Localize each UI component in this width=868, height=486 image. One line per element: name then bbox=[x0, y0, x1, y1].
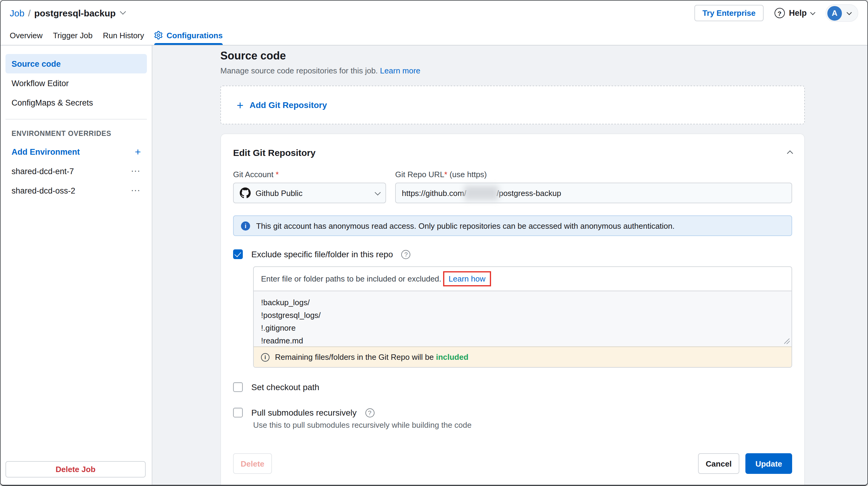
pull-submodules-helper: Use this to pull submodules recursively … bbox=[253, 420, 792, 429]
cancel-button[interactable]: Cancel bbox=[698, 453, 739, 474]
annotation-highlight-box: Learn how bbox=[443, 271, 491, 286]
chevron-up-icon[interactable] bbox=[787, 151, 793, 157]
breadcrumb-separator: / bbox=[28, 8, 30, 18]
card-header: Edit Git Repository bbox=[233, 148, 792, 158]
delete-job-button[interactable]: Delete Job bbox=[5, 461, 146, 478]
sidebar-item-add-environment[interactable]: Add Environment + bbox=[5, 142, 147, 161]
chevron-down-icon bbox=[374, 189, 380, 195]
top-bar-right: Try Enterprise ? Help A bbox=[695, 4, 858, 22]
git-repo-url-input[interactable]: https://github.com//postgress-backup bbox=[395, 183, 792, 203]
sidebar-item-environment[interactable]: shared-dcd-oss-2 ··· bbox=[5, 181, 147, 200]
set-checkout-path-checkbox[interactable] bbox=[233, 382, 243, 392]
sidebar-divider bbox=[5, 119, 147, 120]
sidebar-item-configmaps-secrets[interactable]: ConfigMaps & Secrets bbox=[5, 93, 147, 112]
tab-bar: Overview Trigger Job Run History Configu… bbox=[1, 26, 867, 45]
page-title: Source code bbox=[220, 50, 805, 63]
sidebar-item-environment[interactable]: shared-dcd-ent-7 ··· bbox=[5, 161, 147, 181]
tab-configurations-label: Configurations bbox=[166, 31, 223, 40]
breadcrumb: Job / postgresql-backup bbox=[10, 8, 125, 18]
more-options-icon[interactable]: ··· bbox=[131, 167, 141, 175]
info-icon: i bbox=[241, 221, 250, 230]
breadcrumb-job-link[interactable]: Job bbox=[10, 8, 24, 18]
environment-overrides-heading: ENVIRONMENT OVERRIDES bbox=[5, 126, 147, 141]
help-label: Help bbox=[789, 8, 807, 18]
page-subtitle-text: Manage source code repositories for this… bbox=[220, 66, 378, 75]
learn-how-link[interactable]: Learn how bbox=[448, 274, 485, 283]
pull-submodules-row: Pull submodules recursively ? bbox=[233, 408, 792, 417]
card-footer: Delete Cancel Update bbox=[233, 439, 792, 474]
avatar: A bbox=[827, 6, 842, 20]
chevron-down-icon bbox=[847, 10, 852, 15]
url-hint: (use https) bbox=[447, 170, 487, 179]
top-bar: Job / postgresql-backup Try Enterprise ?… bbox=[1, 1, 867, 26]
git-account-select[interactable]: Github Public bbox=[233, 183, 386, 203]
set-checkout-path-label: Set checkout path bbox=[251, 382, 319, 392]
exclude-checkbox[interactable] bbox=[233, 249, 243, 259]
git-account-label: Git Account * bbox=[233, 170, 386, 179]
github-icon bbox=[240, 188, 251, 198]
question-help-icon[interactable]: ? bbox=[402, 250, 411, 259]
stage: Job / postgresql-backup Try Enterprise ?… bbox=[0, 0, 868, 486]
tab-run-history[interactable]: Run History bbox=[103, 26, 144, 45]
breadcrumb-job-name: postgresql-backup bbox=[34, 8, 116, 18]
add-environment-label: Add Environment bbox=[11, 147, 80, 156]
environment-label: shared-dcd-ent-7 bbox=[11, 167, 74, 176]
more-options-icon[interactable]: ··· bbox=[131, 187, 141, 194]
content-column: Source code Manage source code repositor… bbox=[220, 45, 805, 485]
sidebar-item-source-code[interactable]: Source code bbox=[5, 54, 147, 73]
exclude-checkbox-row: Exclude specific file/folder in this rep… bbox=[233, 249, 792, 259]
tab-overview[interactable]: Overview bbox=[10, 26, 42, 45]
required-asterisk: * bbox=[276, 170, 279, 179]
url-prefix: https://github.com/ bbox=[402, 188, 466, 197]
repo-form: Git Account * Git Repo URL* (use https) … bbox=[233, 170, 792, 203]
help-menu[interactable]: ? Help bbox=[774, 8, 814, 18]
learn-more-link[interactable]: Learn more bbox=[380, 66, 420, 75]
included-highlight: included bbox=[436, 353, 468, 362]
redacted-blur bbox=[464, 186, 498, 200]
plus-icon: + bbox=[135, 147, 141, 157]
exclude-paths-header-text: Enter file or folder paths to be include… bbox=[261, 274, 441, 283]
exclude-checkbox-label: Exclude specific file/folder in this rep… bbox=[251, 249, 393, 259]
body: Source code Workflow Editor ConfigMaps &… bbox=[1, 45, 867, 485]
set-checkout-path-row: Set checkout path bbox=[233, 382, 792, 392]
gear-icon bbox=[154, 31, 163, 39]
add-git-repository-button[interactable]: + Add Git Repository bbox=[220, 86, 805, 124]
exclude-paths-header: Enter file or folder paths to be include… bbox=[254, 267, 792, 291]
pull-submodules-label: Pull submodules recursively bbox=[251, 408, 356, 417]
tab-trigger-job[interactable]: Trigger Job bbox=[53, 26, 93, 45]
try-enterprise-button[interactable]: Try Enterprise bbox=[695, 5, 764, 21]
add-git-repository-inner: + Add Git Repository bbox=[237, 99, 327, 111]
chevron-down-icon bbox=[810, 10, 815, 15]
help-icon: ? bbox=[774, 8, 784, 18]
url-suffix: /postgress-backup bbox=[497, 188, 561, 197]
git-repo-url-label: Git Repo URL* (use https) bbox=[395, 170, 792, 179]
exclude-paths-box: Enter file or folder paths to be include… bbox=[253, 266, 792, 368]
info-banner-text: This git account has anonymous read acce… bbox=[256, 221, 675, 230]
required-asterisk: * bbox=[444, 170, 447, 179]
question-help-icon[interactable]: ? bbox=[365, 408, 374, 417]
delete-button[interactable]: Delete bbox=[233, 453, 272, 474]
card-title: Edit Git Repository bbox=[233, 148, 316, 158]
exclude-paths-textarea-wrap: !backup_logs/ !postgresql_logs/ !.gitign… bbox=[254, 291, 792, 347]
user-menu[interactable]: A bbox=[826, 4, 858, 22]
remaining-files-banner: i Remaining files/folders in the Git Rep… bbox=[254, 347, 792, 367]
pull-submodules-checkbox[interactable] bbox=[233, 408, 243, 417]
remaining-files-text: Remaining files/folders in the Git Repo … bbox=[275, 353, 468, 362]
exclude-paths-textarea[interactable]: !backup_logs/ !postgresql_logs/ !.gitign… bbox=[254, 291, 792, 347]
git-account-value: Github Public bbox=[255, 188, 303, 197]
main-content: Source code Manage source code repositor… bbox=[152, 45, 867, 485]
add-git-repository-label: Add Git Repository bbox=[249, 100, 327, 110]
app-window: Job / postgresql-backup Try Enterprise ?… bbox=[0, 0, 868, 486]
chevron-down-icon[interactable] bbox=[120, 8, 126, 14]
info-outline-icon: i bbox=[261, 353, 270, 361]
update-button[interactable]: Update bbox=[745, 453, 792, 474]
sidebar-item-workflow-editor[interactable]: Workflow Editor bbox=[5, 73, 147, 93]
anonymous-access-info-banner: i This git account has anonymous read ac… bbox=[233, 216, 792, 236]
plus-icon: + bbox=[237, 99, 243, 111]
config-sidebar: Source code Workflow Editor ConfigMaps &… bbox=[1, 45, 152, 485]
page-subtitle: Manage source code repositories for this… bbox=[220, 66, 805, 75]
tab-configurations[interactable]: Configurations bbox=[154, 26, 223, 45]
edit-git-repository-card: Edit Git Repository Git Account * Git Re… bbox=[220, 133, 805, 485]
environment-label: shared-dcd-oss-2 bbox=[11, 186, 75, 195]
